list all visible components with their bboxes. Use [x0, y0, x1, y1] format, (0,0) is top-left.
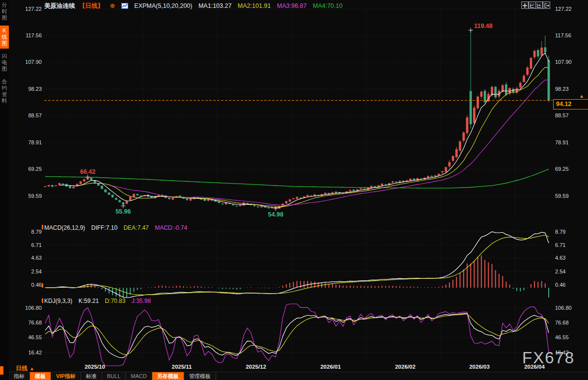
tab-macd[interactable]: MACD	[126, 372, 152, 380]
axis-label: 117.56	[8, 32, 42, 39]
ma2-value: MA2:101.91	[238, 2, 271, 9]
axis-label: 106.80	[555, 305, 587, 311]
kdj-title: KDJ(9,3,3)	[44, 298, 72, 304]
tab-indicator[interactable]: 指标	[9, 372, 30, 380]
price-up-arrow-icon: ▲	[579, 93, 584, 99]
axis-label: 88.57	[8, 112, 42, 119]
tab-save-template[interactable]: 另存模板	[152, 372, 184, 380]
price-annotation: 54.98	[268, 211, 283, 218]
tab-bull[interactable]: BULL	[102, 372, 126, 380]
axis-label: 98.23	[555, 86, 587, 92]
axis-label: 2.54	[8, 269, 42, 275]
kdj-k-value: K:59.21	[79, 298, 99, 304]
sidebar-item-flash-chart[interactable]: 闪电图	[0, 51, 9, 74]
chart-type-sidebar: 分时图K线图闪电图合约资料	[0, 0, 9, 380]
axis-label: 127.22	[8, 6, 42, 12]
ma4-value: MA4:70.10	[313, 2, 342, 9]
current-price-marker: 94.12	[553, 99, 588, 109]
axis-label: 59.59	[555, 193, 587, 199]
sidebar-item-kline-chart[interactable]: K线图	[0, 26, 9, 49]
axis-label: 46.55	[555, 334, 587, 341]
main-chart-canvas[interactable]	[0, 0, 588, 380]
line-chart-icon	[121, 3, 128, 10]
ma3-value: MA3:96.87	[277, 2, 307, 9]
tab-vip-indicator[interactable]: VIP指标	[51, 372, 81, 380]
axis-label: 69.25	[555, 166, 587, 172]
watermark: FX678	[522, 349, 575, 367]
period-tag[interactable]: 【日线】	[79, 2, 104, 9]
price-annotation: 66.42	[80, 168, 95, 175]
tab-standard[interactable]: 标准	[81, 372, 102, 380]
axis-label: 76.68	[8, 320, 42, 326]
axis-label: 88.57	[555, 112, 587, 119]
tab-manage-template[interactable]: 管理模板	[184, 372, 216, 380]
ma1-value: MA1:103.27	[198, 2, 231, 9]
axis-label: 69.25	[8, 166, 42, 172]
bottom-tab-bar: 指标模板VIP指标标准BULLMACD另存模板管理模板	[0, 372, 588, 380]
sidebar-item-contract-info[interactable]: 合约资料	[0, 77, 9, 106]
macd-title: MACD(26,12,9)	[44, 224, 85, 231]
axis-label: 117.56	[555, 32, 587, 39]
chart-app-window: { "header": { "symbol": "美原油连续", "period…	[0, 0, 588, 380]
macd-macd-value: MACD:-0.74	[155, 224, 187, 231]
axis-label: 16.42	[8, 350, 42, 356]
axis-label: 4.63	[8, 255, 42, 261]
timeline-month-label: 2025/12	[246, 364, 266, 370]
price-annotation: 119.48	[474, 23, 493, 29]
sidebar-item-time-chart[interactable]: 分时图	[0, 0, 9, 23]
kdj-j-value: J:35.98	[132, 298, 151, 304]
axis-label: 106.80	[8, 305, 42, 311]
macd-panel-header: MACD(26,12,9) DIFF:7.10 DEA:7.47 MACD:-0…	[44, 224, 192, 231]
crosshair-icon[interactable]	[521, 1, 529, 9]
macd-dea-value: DEA:7.47	[123, 224, 148, 231]
axis-label: 107.90	[8, 59, 42, 65]
kdj-panel-header: KDJ(9,3,3) K:59.21 D:70.83 J:35.98	[44, 298, 155, 304]
indicator-name: EXPMA(5,10,20,200)	[134, 2, 192, 9]
axis-label: 6.71	[8, 242, 42, 248]
axis-label: 59.59	[8, 193, 42, 199]
axis-label: 98.23	[8, 86, 42, 92]
axis-label: 4.63	[555, 255, 587, 261]
axis-label: 78.91	[555, 139, 587, 146]
symbol-name: 美原油连续	[44, 2, 75, 9]
macd-diff-value: DIFF:7.10	[91, 224, 117, 231]
axis-label: 78.91	[8, 139, 42, 146]
period-dropdown-icon: ▲	[29, 366, 34, 371]
axis-label: 127.22	[555, 6, 587, 12]
tab-template[interactable]: 模板	[30, 372, 51, 380]
axis-label: 0.46	[555, 282, 587, 288]
timeline-month-label: 2025/10	[84, 364, 105, 370]
axis-label: 76.68	[555, 320, 587, 326]
axis-label: 46.55	[8, 334, 42, 341]
timeline-month-label: 2026/03	[469, 364, 490, 370]
axis-label: 0.46	[8, 282, 42, 288]
kdj-d-value: D:70.83	[105, 298, 125, 304]
axis-label: 8.79	[555, 229, 587, 235]
axis-label: 2.54	[555, 269, 587, 275]
exit-chart-icon[interactable]	[543, 1, 550, 9]
axis-label: 6.71	[555, 242, 587, 248]
compress-x-axis-icon[interactable]	[529, 1, 536, 9]
expand-x-axis-icon[interactable]	[535, 1, 543, 9]
period-label: 日线	[16, 365, 28, 372]
axis-label: 8.79	[8, 229, 42, 235]
corner-handle[interactable]	[0, 366, 3, 375]
timeline-month-label: 2026/02	[395, 364, 416, 370]
timeline-month-label: 2026/01	[320, 364, 341, 370]
price-annotation: 55.96	[115, 208, 131, 215]
add-indicator-icon[interactable]: ⊕	[110, 2, 115, 9]
axis-label: 107.90	[555, 59, 587, 65]
chart-header: 美原油连续 【日线】 ⊕ EXPMA(5,10,20,200) MA1:103.…	[44, 2, 347, 10]
timeline-month-label: 2025/11	[172, 364, 192, 370]
